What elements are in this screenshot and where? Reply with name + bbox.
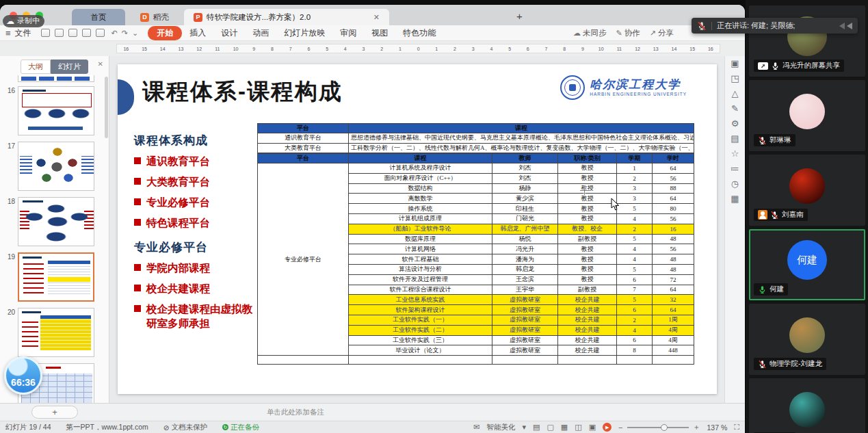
shapes-icon[interactable]: ◳ [731, 74, 739, 83]
close-panel-icon[interactable]: ✕ [98, 60, 103, 68]
ribbon-tab-开始[interactable]: 开始 [148, 26, 182, 40]
term-cell: 6 [617, 335, 653, 345]
participant-tile-4[interactable]: 何建何建 [749, 229, 865, 300]
export-icon[interactable] [68, 29, 77, 37]
file-menu[interactable]: 文件 [15, 27, 31, 39]
ribbon-tab-设计[interactable]: 设计 [213, 26, 245, 40]
print-icon[interactable] [82, 29, 91, 37]
slide-thumbnail-18[interactable] [18, 197, 94, 246]
redo-icon[interactable]: ↷ [122, 29, 128, 38]
hamburger-icon[interactable]: ≡ [5, 28, 11, 38]
term-cell: 2 [617, 224, 653, 234]
muted-mic-icon [770, 211, 779, 220]
ruler-mark: 9 [245, 47, 263, 51]
window-tab-doc[interactable]: P特软学院建设方...养方案）2.0✕ [184, 9, 389, 25]
speaking-toast: 正在讲话: 何建; 吴限德; [692, 18, 858, 34]
slideshow-play-button[interactable]: ▶ [603, 423, 611, 432]
participant-tile-3[interactable]: 刘嘉南 [749, 155, 865, 226]
zoom-slider[interactable]: − ＋ [618, 422, 700, 432]
history-icon[interactable]: ◷ [731, 179, 739, 188]
edit-icon[interactable]: ✎ [731, 104, 739, 113]
ruler-mark: 13 [172, 47, 190, 51]
zoom-out-icon[interactable]: − [618, 423, 622, 432]
close-tab-icon[interactable]: ✕ [373, 13, 380, 22]
triangle-icon[interactable]: △ [732, 89, 739, 98]
hours-cell: 1周 [653, 315, 694, 325]
reading-view-icon[interactable]: ◫ [575, 423, 581, 432]
teacher-cell: 印桂生 [492, 204, 558, 214]
preview-icon[interactable] [96, 29, 105, 37]
teacher-cell: 门朝光 [492, 213, 558, 224]
settings-icon[interactable]: ⚙ [731, 119, 739, 128]
active-mic-icon [758, 285, 767, 294]
adjust-icon[interactable]: ≔ [731, 164, 739, 173]
image-icon[interactable]: ▦ [731, 194, 739, 203]
slide-thumbnail-cut[interactable] [18, 75, 94, 82]
participant-tile-1[interactable]: ➚冯光升的屏幕共享 [749, 5, 865, 77]
ruler-mark: 16 [702, 47, 720, 51]
protection-status[interactable]: 文档未保护 [172, 423, 208, 432]
ribbon-tab-动画[interactable]: 动画 [245, 26, 276, 40]
list-item: 专业必修平台 [134, 195, 256, 209]
slide-thumbnail-16[interactable] [18, 86, 94, 135]
fit-slide-icon[interactable]: ⛶ [734, 423, 739, 432]
beautify-dropdown-icon[interactable]: ▾ [523, 423, 527, 432]
layers-icon[interactable]: ▤ [731, 134, 739, 143]
toast-arrow-icon[interactable] [839, 23, 845, 29]
participant-tile-6[interactable]: 张晓威 [749, 378, 865, 433]
window-tab-docer[interactable]: D稻壳 [131, 9, 179, 25]
menu-协作[interactable]: ✎协作 [616, 28, 640, 38]
menu-未同步[interactable]: ☁未同步 [573, 28, 607, 38]
teacher-cell: 潘海为 [492, 254, 558, 265]
new-tab-button[interactable]: + [516, 10, 523, 22]
ribbon-tab-幻灯片放映[interactable]: 幻灯片放映 [276, 26, 332, 40]
participant-tile-5[interactable]: 物理学院-刘建龙 [749, 304, 865, 375]
ribbon-tab-特色功能[interactable]: 特色功能 [395, 26, 443, 40]
hours-cell: 64 [653, 305, 694, 315]
notes-placeholder[interactable]: 单击此处添加备注 [267, 408, 324, 417]
smart-beautify-button[interactable]: 智能美化 [487, 423, 516, 432]
more-icon[interactable]: ⌄ [132, 29, 138, 38]
slide-thumbnail-20[interactable] [18, 308, 94, 357]
toast-arrow-icon[interactable] [847, 23, 852, 29]
ruler-mark: 6 [300, 47, 318, 51]
ruler-mark: 8 [555, 47, 574, 51]
ruler-mark: 0 [409, 47, 428, 51]
tab-outline[interactable]: 大纲 [21, 60, 51, 74]
title-cell: 教授 [558, 183, 617, 194]
tab-slides[interactable]: 幻灯片 [51, 60, 88, 74]
undo-icon[interactable]: ↶ [111, 29, 118, 38]
bullet-square-icon [134, 198, 141, 205]
empty-row [258, 356, 694, 365]
slide-editor[interactable]: 课程体系-课程构成 哈尔滨工程大学 HARBIN ENGINEERING UNI… [109, 56, 724, 403]
menu-分享[interactable]: ↗分享 [650, 28, 674, 38]
participant-label: 物理学院-刘建龙 [754, 358, 826, 370]
slide-thumbnail-19[interactable] [18, 252, 94, 302]
presentation-timer[interactable]: 66:36 [4, 356, 42, 395]
thumbnail-row: 16 [3, 86, 109, 135]
new-slide-icon[interactable]: ▣ [731, 59, 739, 68]
effects-icon[interactable]: ☆ [731, 149, 739, 158]
add-slide-button[interactable]: + [31, 406, 78, 419]
slide-canvas[interactable]: 课程体系-课程构成 哈尔滨工程大学 HARBIN ENGINEERING UNI… [118, 64, 717, 394]
slide-thumbnail-17[interactable] [18, 142, 94, 191]
sorter-view-icon[interactable]: ▦ [561, 423, 568, 432]
table-header: 职称/类别 [558, 154, 617, 163]
window-tab-home[interactable]: 首页 [72, 9, 125, 25]
participant-tile-2[interactable]: 郭琳琳 [749, 80, 865, 151]
slide-number: 19 [3, 252, 15, 261]
save-icon[interactable] [55, 29, 64, 37]
notes-view-icon[interactable]: ▤ [533, 423, 540, 432]
thumbnail-scrollbar[interactable] [105, 77, 108, 138]
ribbon-tab-视图[interactable]: 视图 [364, 26, 395, 40]
zoom-in-icon[interactable]: ＋ [693, 422, 700, 432]
ribbon-tab-插入[interactable]: 插入 [182, 26, 213, 40]
course-table: 平台课程教师职称/类别学期学时专业必修平台计算机系统及程序设计刘杰教授164面向… [257, 153, 694, 365]
normal-view-icon[interactable]: ▢ [547, 423, 553, 432]
ribbon-tab-审阅[interactable]: 审阅 [332, 26, 364, 40]
host-person-icon [758, 210, 767, 220]
zoom-knob[interactable] [661, 424, 668, 431]
handout-view-icon[interactable]: ▣ [589, 423, 596, 432]
teacher-cell: 虚拟教研室 [492, 345, 558, 356]
open-icon[interactable] [41, 29, 50, 37]
